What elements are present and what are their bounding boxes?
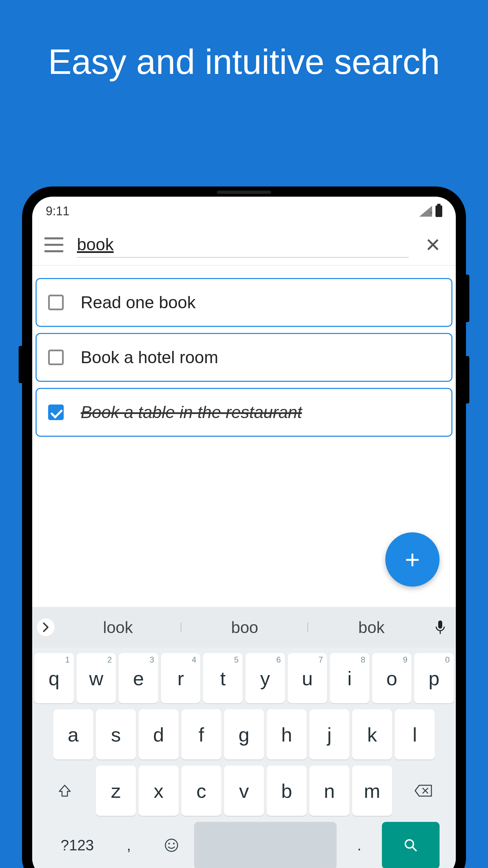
status-time: 9:11 xyxy=(46,204,69,218)
svg-rect-0 xyxy=(438,620,442,629)
letter-key[interactable]: q1 xyxy=(34,653,74,703)
letter-key[interactable]: z xyxy=(96,766,136,816)
letter-key[interactable]: h xyxy=(267,709,307,760)
signal-icon: × xyxy=(419,206,432,217)
letter-key[interactable]: n xyxy=(309,766,349,816)
search-key[interactable] xyxy=(382,822,440,868)
period-key[interactable]: . xyxy=(339,822,379,868)
keyboard-row: ?123 , . xyxy=(34,822,454,868)
letter-key[interactable]: v xyxy=(224,766,264,816)
phone-speaker xyxy=(217,191,271,194)
letter-key[interactable]: d xyxy=(139,709,179,760)
letter-key[interactable]: c xyxy=(181,766,221,816)
letter-key[interactable]: p0 xyxy=(414,653,454,703)
keyboard-row: zxcvbnm xyxy=(34,766,454,816)
task-list: Read one book Book a hotel room Book a t… xyxy=(32,266,456,449)
menu-icon[interactable] xyxy=(44,237,63,252)
space-key[interactable] xyxy=(194,822,337,868)
mic-icon[interactable] xyxy=(435,620,451,635)
suggestion[interactable]: bok xyxy=(308,618,435,637)
letter-key[interactable]: y6 xyxy=(245,653,285,703)
task-label: Book a hotel room xyxy=(81,348,218,367)
letter-key[interactable]: w2 xyxy=(77,653,116,703)
keyboard-row: q1w2e3r4t5y6u7i8o9p0 xyxy=(34,653,454,703)
keyboard: look boo bok q1w2e3r4t5y6u7i8o9p0 asdfgh… xyxy=(32,607,456,868)
task-row[interactable]: Read one book xyxy=(36,278,452,327)
search-input[interactable] xyxy=(77,232,409,258)
task-checkbox[interactable] xyxy=(48,405,64,420)
svg-line-6 xyxy=(412,847,416,851)
svg-point-2 xyxy=(165,839,178,851)
letter-key[interactable]: k xyxy=(352,709,392,760)
letter-key[interactable]: i8 xyxy=(330,653,369,703)
suggestion-bar: look boo bok xyxy=(32,607,456,648)
battery-icon xyxy=(435,205,442,217)
task-label: Read one book xyxy=(81,293,196,312)
task-checkbox[interactable] xyxy=(48,295,64,310)
symbols-key[interactable]: ?123 xyxy=(48,822,106,868)
letter-key[interactable]: g xyxy=(224,709,264,760)
phone-side-button xyxy=(19,346,22,383)
keyboard-row: asdfghjkl xyxy=(34,709,454,760)
status-bar: 9:11 × xyxy=(32,197,456,222)
task-row[interactable]: Book a table in the restaurant xyxy=(36,388,452,437)
svg-point-3 xyxy=(168,843,170,845)
phone-side-button xyxy=(466,275,469,322)
letter-key[interactable]: b xyxy=(267,766,307,816)
phone-side-button xyxy=(466,356,469,403)
add-task-button[interactable]: + xyxy=(385,532,440,587)
shift-key[interactable] xyxy=(36,766,93,816)
letter-key[interactable]: x xyxy=(139,766,179,816)
letter-key[interactable]: t5 xyxy=(203,653,243,703)
letter-key[interactable]: o9 xyxy=(372,653,412,703)
suggestion[interactable]: look xyxy=(55,618,181,637)
letter-key[interactable]: m xyxy=(352,766,392,816)
phone-screen: 9:11 × ✕ Read one book Book a hotel xyxy=(32,197,456,868)
expand-suggestions-button[interactable] xyxy=(37,618,55,636)
letter-key[interactable]: a xyxy=(53,709,93,760)
letter-key[interactable]: r4 xyxy=(161,653,201,703)
svg-point-4 xyxy=(173,843,175,845)
suggestion[interactable]: boo xyxy=(181,618,308,637)
letter-key[interactable]: l xyxy=(395,709,435,760)
task-row[interactable]: Book a hotel room xyxy=(36,333,452,382)
search-header: ✕ xyxy=(32,222,456,264)
emoji-key[interactable] xyxy=(151,822,191,868)
task-label: Book a table in the restaurant xyxy=(81,402,302,422)
letter-key[interactable]: s xyxy=(96,709,136,760)
backspace-key[interactable] xyxy=(395,766,452,816)
hero-title: Easy and intuitive search xyxy=(0,0,488,85)
letter-key[interactable]: u7 xyxy=(288,653,327,703)
letter-key[interactable]: f xyxy=(181,709,221,760)
letter-key[interactable]: j xyxy=(309,709,349,760)
task-checkbox[interactable] xyxy=(48,350,64,365)
comma-key[interactable]: , xyxy=(109,822,149,868)
phone-frame: 9:11 × ✕ Read one book Book a hotel xyxy=(22,186,466,868)
clear-search-button[interactable]: ✕ xyxy=(422,234,444,256)
letter-key[interactable]: e3 xyxy=(119,653,158,703)
